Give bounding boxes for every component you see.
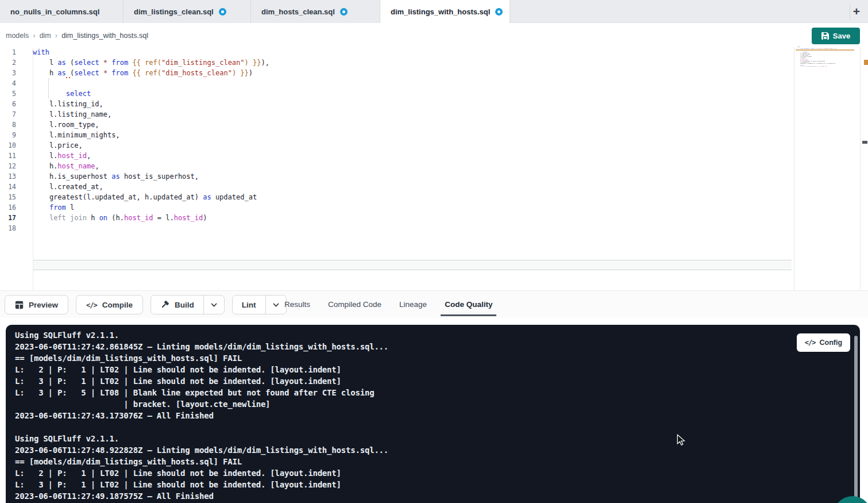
lint-button[interactable]: Lint bbox=[233, 295, 265, 314]
breadcrumb-chevron-icon: › bbox=[33, 31, 35, 40]
code-line[interactable] bbox=[797, 67, 807, 68]
chevron-down-icon bbox=[272, 301, 280, 309]
minimap-lint-highlight bbox=[796, 49, 854, 51]
line-number[interactable]: 1 bbox=[0, 47, 16, 57]
code-line[interactable]: with bbox=[33, 47, 269, 57]
terminal-line: L: 3 | P: 1 | LT02 | Line should not be … bbox=[15, 479, 388, 490]
overview-ruler-border bbox=[860, 47, 861, 290]
tab-label: dim_hosts_clean.sql bbox=[261, 7, 335, 16]
terminal-output: Using SQLFluff v2.1.1.2023-06-06T11:27:4… bbox=[15, 329, 388, 502]
line-number[interactable]: 4 bbox=[0, 78, 16, 89]
code-line[interactable]: select bbox=[33, 89, 269, 99]
code-content[interactable]: with l as (select * from {{ ref("dim_lis… bbox=[33, 47, 269, 233]
terminal-scrollbar[interactable] bbox=[854, 336, 858, 500]
build-button[interactable]: Build bbox=[151, 295, 203, 314]
code-line[interactable]: l.listing_name, bbox=[33, 109, 269, 120]
dbt-ide-window: no_nulls_in_columns.sqldim_listings_clea… bbox=[0, 0, 868, 503]
line-number[interactable]: 3 bbox=[0, 68, 16, 78]
code-line[interactable]: left join h on (h.host_id = l.host_id) bbox=[33, 213, 269, 223]
line-number[interactable]: 10 bbox=[0, 140, 16, 151]
line-number[interactable]: 8 bbox=[0, 120, 16, 130]
line-number[interactable]: 7 bbox=[0, 109, 16, 120]
breadcrumb-item[interactable]: dim_listings_with_hosts.sql bbox=[61, 32, 148, 40]
preview-label: Preview bbox=[29, 301, 58, 309]
action-toolbar: Preview</>CompileBuildLint ResultsCompil… bbox=[0, 290, 868, 318]
code-line[interactable]: h.is_superhost as host_is_superhost, bbox=[33, 171, 269, 182]
chevron-down-icon bbox=[210, 301, 218, 309]
compile-button[interactable]: </>Compile bbox=[76, 295, 143, 314]
file-tab-bar: no_nulls_in_columns.sqldim_listings_clea… bbox=[0, 0, 868, 23]
code-icon: </> bbox=[805, 339, 816, 347]
hammer-icon bbox=[160, 300, 169, 309]
line-number-gutter[interactable]: 123456789101112131415161718 bbox=[0, 47, 16, 233]
save-label: Save bbox=[833, 32, 850, 40]
code-line[interactable]: l.price, bbox=[33, 140, 269, 151]
code-line[interactable] bbox=[33, 78, 269, 89]
line-number[interactable]: 12 bbox=[0, 161, 16, 171]
editor-tab-dim-listings-clean-sql[interactable]: dim_listings_clean.sql bbox=[124, 0, 251, 23]
lint-config-button[interactable]: </> Config bbox=[797, 333, 850, 352]
modified-dot-icon bbox=[340, 8, 348, 16]
code-editor[interactable]: 123456789101112131415161718 with l as (s… bbox=[0, 47, 868, 290]
code-line[interactable] bbox=[33, 223, 269, 233]
line-number[interactable]: 2 bbox=[0, 57, 16, 68]
line-number[interactable]: 5 bbox=[0, 89, 16, 99]
config-label: Config bbox=[820, 339, 843, 347]
line-number[interactable]: 17 bbox=[0, 213, 16, 223]
code-line[interactable]: l.room_type, bbox=[33, 120, 269, 130]
code-icon: </> bbox=[86, 301, 97, 309]
new-tab-button[interactable]: + bbox=[850, 5, 863, 18]
terminal-line: == [models/dim/dim_listings_with_hosts.s… bbox=[15, 352, 388, 364]
code-line[interactable]: l.host_id, bbox=[33, 151, 269, 161]
tab-compiled-code[interactable]: Compiled Code bbox=[328, 291, 381, 318]
code-line[interactable]: greatest(l.updated_at, h.updated_at) as … bbox=[33, 192, 269, 202]
line-number[interactable]: 13 bbox=[0, 171, 16, 182]
editor-tab-dim-hosts-clean-sql[interactable]: dim_hosts_clean.sql bbox=[251, 0, 380, 23]
minimap[interactable]: with l as (select * from {{ ref("dim_lis… bbox=[797, 47, 854, 121]
code-line[interactable]: left join h on (h.host_id = l.host_id) bbox=[797, 66, 807, 67]
code-line[interactable]: l as (select * from {{ ref("dim_listings… bbox=[33, 57, 269, 68]
save-button[interactable]: Save bbox=[812, 28, 860, 44]
build-dropdown-button[interactable] bbox=[203, 295, 224, 314]
editor-tab-no-nulls-in-columns-sql[interactable]: no_nulls_in_columns.sql bbox=[0, 0, 124, 23]
build-label: Build bbox=[175, 301, 194, 309]
line-number[interactable]: 6 bbox=[0, 99, 16, 109]
tab-lineage[interactable]: Lineage bbox=[399, 291, 427, 318]
lint-terminal[interactable]: Using SQLFluff v2.1.1.2023-06-06T11:27:4… bbox=[6, 325, 860, 503]
line-number[interactable]: 15 bbox=[0, 192, 16, 202]
editor-tab-dim-listings-with-hosts-sql[interactable]: dim_listings_with_hosts.sql bbox=[380, 0, 510, 23]
lint-dropdown-button[interactable] bbox=[265, 295, 286, 314]
code-line[interactable]: l.created_at, bbox=[33, 182, 269, 192]
terminal-line: | bracket. [layout.cte_newline] bbox=[15, 398, 388, 410]
code-line[interactable]: from l bbox=[33, 202, 269, 213]
lint-label: Lint bbox=[242, 301, 256, 309]
line-number[interactable]: 14 bbox=[0, 182, 16, 192]
tab-label: dim_listings_with_hosts.sql bbox=[391, 7, 490, 16]
modified-dot-icon bbox=[495, 8, 503, 16]
tab-results[interactable]: Results bbox=[284, 291, 310, 318]
overview-scroll-marker[interactable] bbox=[862, 141, 867, 144]
code-line[interactable]: l.listing_id, bbox=[33, 99, 269, 109]
terminal-line: 2023-06-06T11:27:49.187575Z — All Finish… bbox=[15, 490, 388, 502]
lint-split-button: Lint bbox=[232, 295, 287, 314]
breadcrumb-item[interactable]: models bbox=[6, 32, 29, 40]
tab-code-quality[interactable]: Code Quality bbox=[445, 291, 492, 318]
terminal-line: L: 3 | P: 1 | LT02 | Line should not be … bbox=[15, 375, 388, 387]
overview-warning-marker bbox=[864, 60, 868, 65]
tab-label: no_nulls_in_columns.sql bbox=[10, 7, 99, 16]
preview-button[interactable]: Preview bbox=[5, 295, 68, 314]
line-number[interactable]: 11 bbox=[0, 151, 16, 161]
breadcrumb-chevron-icon: › bbox=[55, 31, 57, 40]
breadcrumb-item[interactable]: dim bbox=[40, 32, 51, 40]
active-line-highlight bbox=[33, 260, 792, 270]
line-number[interactable]: 9 bbox=[0, 130, 16, 140]
code-line[interactable]: h.host_name, bbox=[33, 161, 269, 171]
line-number[interactable]: 18 bbox=[0, 223, 16, 233]
terminal-line: Using SQLFluff v2.1.1. bbox=[15, 433, 388, 444]
line-number[interactable]: 16 bbox=[0, 202, 16, 213]
code-line[interactable]: l.minimum_nights, bbox=[33, 130, 269, 140]
code-line[interactable]: h as (select * from {{ ref("dim_hosts_cl… bbox=[33, 68, 269, 78]
terminal-line: L: 2 | P: 1 | LT02 | Line should not be … bbox=[15, 467, 388, 479]
table-icon bbox=[15, 301, 24, 309]
minimap-border bbox=[794, 47, 794, 290]
